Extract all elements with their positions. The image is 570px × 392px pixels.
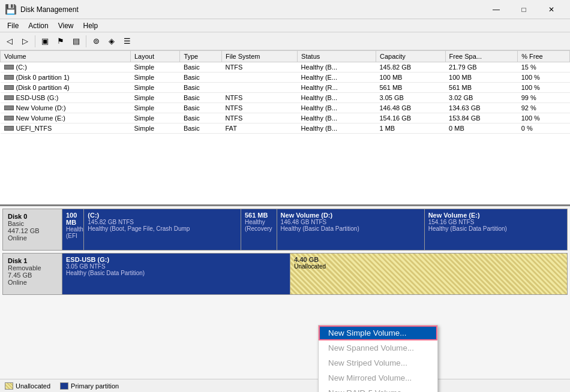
cell-free: 3.02 GB (445, 93, 518, 103)
cell-volume: UEFI_NTFS (1, 123, 131, 134)
disk0-partition-2[interactable]: 561 MB Healthy (Recovery (241, 209, 277, 250)
cell-type: Basic (180, 113, 222, 123)
disk0-partition-0[interactable]: 100 MB Healthy (EFI (62, 209, 84, 250)
disk0-size: 447.12 GB (8, 227, 57, 234)
cell-status: Healthy (B... (298, 113, 376, 123)
col-type: Type (180, 51, 222, 62)
window-title: Disk Management (20, 5, 482, 14)
cell-pct: 100 % (518, 113, 570, 123)
table-row[interactable]: UEFI_NTFS Simple Basic FAT Healthy (B...… (1, 123, 570, 134)
cell-layout: Simple (131, 123, 180, 134)
cell-volume: ESD-USB (G:) (1, 93, 131, 103)
col-pct: % Free (518, 51, 570, 62)
cell-status: Healthy (B... (298, 62, 376, 73)
toolbar-btn2[interactable]: ⚑ (53, 34, 68, 49)
partition-name: ESD-USB (G:) (66, 256, 286, 263)
partition-name: New Volume (E:) (428, 212, 563, 219)
disk1-name: Disk 1 (8, 257, 57, 264)
context-menu-item-new-simple[interactable]: New Simple Volume... (319, 325, 437, 340)
context-menu-item-new-mirrored[interactable]: New Mirrored Volume... (319, 370, 437, 385)
menu-file[interactable]: File (2, 19, 23, 32)
disk1-partition-1[interactable]: 4.40 GB Unallocated (290, 254, 567, 294)
menu-help[interactable]: Help (79, 19, 103, 32)
toolbar-btn4[interactable]: ⊚ (89, 34, 103, 49)
cell-free: 134.63 GB (445, 103, 518, 113)
cell-free: 153.84 GB (445, 113, 518, 123)
disk0-status: Online (8, 234, 57, 242)
col-capacity: Capacity (376, 51, 445, 62)
legend-unalloc-box (5, 382, 13, 390)
cell-capacity: 145.82 GB (376, 62, 445, 73)
cell-type: Basic (180, 103, 222, 113)
drive-icon (4, 65, 14, 70)
disk1-partition-0[interactable]: ESD-USB (G:) 3.05 GB NTFS Healthy (Basic… (62, 254, 290, 294)
disk0-type: Basic (8, 220, 57, 227)
cell-volume: (Disk 0 partition 1) (1, 73, 131, 83)
cell-pct: 92 % (518, 103, 570, 113)
maximize-button[interactable]: □ (510, 0, 538, 19)
cell-pct: 100 % (518, 83, 570, 93)
cell-free: 0 MB (445, 123, 518, 134)
context-menu-item-new-striped[interactable]: New Striped Volume... (319, 355, 437, 370)
cell-layout: Simple (131, 62, 180, 73)
legend-primary: Primary partition (60, 382, 119, 390)
disk0-partition-4[interactable]: New Volume (E:) 154.16 GB NTFS Healthy (… (425, 209, 567, 250)
disk0-name: Disk 0 (8, 213, 57, 220)
cell-volume: New Volume (D:) (1, 103, 131, 113)
disk1-label: Disk 1 Removable 7.45 GB Online (2, 253, 62, 295)
cell-volume: (Disk 0 partition 4) (1, 83, 131, 93)
disk0-partition-1[interactable]: (C:) 145.82 GB NTFS Healthy (Boot, Page … (84, 209, 241, 250)
app-icon: 💾 (5, 4, 17, 15)
partition-fs: 146.48 GB NTFS (281, 219, 421, 225)
legend-bar: Unallocated Primary partition (0, 379, 570, 392)
context-menu-item-new-spanned[interactable]: New Spanned Volume... (319, 340, 437, 355)
partition-status: Healthy (Basic Data Partition) (66, 270, 286, 276)
cell-capacity: 1 MB (376, 123, 445, 134)
context-menu-item-new-raid5[interactable]: New RAID-5 Volume... (319, 385, 437, 392)
partition-status: Healthy (Basic Data Partition) (428, 225, 563, 232)
cell-fs: NTFS (222, 93, 298, 103)
cell-free: 561 MB (445, 83, 518, 93)
menu-action[interactable]: Action (23, 19, 53, 32)
cell-fs: NTFS (222, 103, 298, 113)
cell-fs (222, 73, 298, 83)
col-layout: Layout (131, 51, 180, 62)
toolbar-btn1[interactable]: ▣ (38, 34, 52, 49)
table-row[interactable]: New Volume (D:) Simple Basic NTFS Health… (1, 103, 570, 113)
cell-fs: NTFS (222, 113, 298, 123)
cell-type: Basic (180, 62, 222, 73)
partition-name: (C:) (88, 212, 237, 219)
table-row[interactable]: (Disk 0 partition 1) Simple Basic Health… (1, 73, 570, 83)
disk0-row: Disk 0 Basic 447.12 GB Online 100 MB Hea… (2, 209, 568, 251)
partition-status: Healthy (Boot, Page File, Crash Dump (88, 225, 237, 232)
col-status: Status (298, 51, 376, 62)
toolbar-btn3[interactable]: ▤ (69, 34, 83, 49)
table-row[interactable]: New Volume (E:) Simple Basic NTFS Health… (1, 113, 570, 123)
toolbar: ◁ ▷ ▣ ⚑ ▤ ⊚ ◈ ☰ (0, 32, 570, 50)
table-row[interactable]: (Disk 0 partition 4) Simple Basic Health… (1, 83, 570, 93)
toolbar-btn6[interactable]: ☰ (120, 34, 134, 49)
partition-name: 4.40 GB (294, 256, 563, 263)
disk0-label: Disk 0 Basic 447.12 GB Online (2, 209, 62, 251)
toolbar-forward[interactable]: ▷ (18, 34, 32, 49)
disk1-status: Online (8, 279, 57, 286)
minimize-button[interactable]: — (482, 0, 510, 19)
main-area: Volume Layout Type File System Status Ca… (0, 50, 570, 392)
volume-table: Volume Layout Type File System Status Ca… (0, 50, 570, 134)
toolbar-btn5[interactable]: ◈ (104, 34, 119, 49)
cell-pct: 100 % (518, 73, 570, 83)
disk1-row: Disk 1 Removable 7.45 GB Online ESD-USB … (2, 253, 568, 295)
drive-icon (4, 85, 14, 90)
menu-view[interactable]: View (53, 19, 79, 32)
close-button[interactable]: ✕ (538, 0, 565, 19)
partition-name: 100 MB (66, 212, 80, 226)
drive-icon (4, 116, 14, 120)
legend-primary-box (60, 382, 68, 390)
disk0-partition-3[interactable]: New Volume (D:) 146.48 GB NTFS Healthy (… (277, 209, 425, 250)
table-row[interactable]: (C:) Simple Basic NTFS Healthy (B... 145… (1, 62, 570, 73)
cell-layout: Simple (131, 103, 180, 113)
table-row[interactable]: ESD-USB (G:) Simple Basic NTFS Healthy (… (1, 93, 570, 103)
cell-type: Basic (180, 123, 222, 134)
toolbar-back[interactable]: ◁ (2, 34, 17, 49)
cell-volume: New Volume (E:) (1, 113, 131, 123)
